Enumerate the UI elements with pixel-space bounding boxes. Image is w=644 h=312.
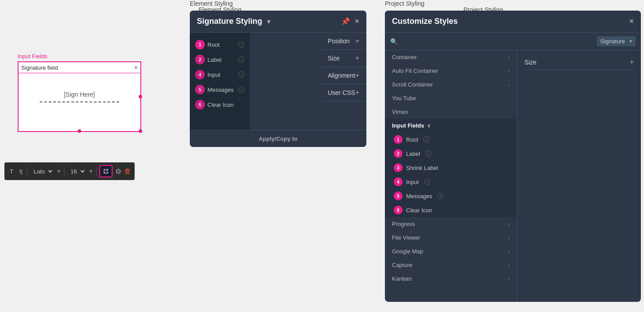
signature-dropdown[interactable]: Signature Button Input Label — [597, 36, 636, 46]
item-label-label: Label — [207, 56, 222, 63]
right-col-size-plus-icon[interactable]: + — [630, 58, 634, 66]
search-icon: 🔍 — [390, 38, 398, 45]
element-styling-numbered-items: 1 Root i 2 Label i 4 Input i 5 Messages — [190, 33, 250, 130]
item-info-messages: i — [238, 86, 245, 93]
element-styling-section-title: Element Styling — [190, 0, 366, 7]
expanded-section-input-fields: Input Fields ∨ 1 Root i 2 Label i 3 — [385, 119, 517, 217]
signature-field-close-icon[interactable]: × — [134, 64, 138, 71]
project-panel-close-button[interactable]: × — [629, 17, 634, 26]
element-styling-panel: Element Styling Signature Styling ▼ 📌 × … — [190, 0, 366, 147]
project-styling-section-title: Project Styling — [385, 0, 641, 7]
tree-item-google-map[interactable]: Google Map › — [385, 244, 517, 258]
expanded-item-shrink-label[interactable]: 3 Shrink Label — [385, 161, 517, 175]
pin-icon[interactable]: 📌 — [341, 17, 350, 26]
expanded-item-info-messages: i — [437, 193, 444, 199]
numbered-item-messages[interactable]: 5 Messages i — [190, 82, 250, 97]
external-link-icon — [103, 168, 109, 174]
font-family-select[interactable]: Lato — [30, 167, 54, 176]
tree-item-auto-fit-label: Auto Fit Container — [392, 68, 438, 74]
num-badge-1: 1 — [195, 40, 205, 49]
tree-item-scroll-chevron-icon: › — [508, 82, 510, 87]
apply-copy-button[interactable]: Apply/Copy to — [259, 135, 298, 142]
property-size-plus-icon[interactable]: + — [355, 54, 359, 62]
property-position[interactable]: Position + — [320, 33, 366, 50]
tree-item-progress-label: Progress — [392, 221, 415, 227]
tree-item-auto-fit-container[interactable]: Auto Fit Container › — [385, 64, 517, 78]
right-col-size-label: Size — [524, 59, 536, 66]
font-size-select[interactable]: 16 — [67, 167, 86, 176]
property-alignment[interactable]: Alignment + — [320, 67, 366, 84]
input-fields-section-header[interactable]: Input Fields ∨ — [385, 119, 517, 132]
tree-item-vimeo[interactable]: Vimeo — [385, 105, 517, 119]
element-styling-header-left: Signature Styling ▼ — [197, 17, 272, 26]
project-search-input[interactable] — [402, 38, 592, 45]
expanded-item-info-input: i — [424, 179, 430, 185]
font-bold-button[interactable]: T — [8, 167, 15, 176]
expanded-item-clear-icon[interactable]: 6 Clear Icon — [385, 203, 517, 217]
numbered-item-root[interactable]: 1 Root i — [190, 37, 250, 52]
tree-item-scroll-container-label: Scroll Container — [392, 81, 433, 88]
input-fields-title: Input Fields — [18, 53, 141, 60]
resize-handle-bottom-right[interactable] — [139, 129, 142, 133]
property-user-css[interactable]: User CSS + — [320, 84, 366, 101]
numbered-item-input[interactable]: 4 Input i — [190, 67, 250, 82]
tree-item-file-viewer[interactable]: File Viewer › — [385, 231, 517, 244]
project-right-col: Size + — [517, 50, 641, 302]
tree-item-file-viewer-label: File Viewer — [392, 234, 420, 241]
expanded-num-badge-3: 3 — [394, 163, 403, 172]
tree-item-file-viewer-chevron-icon: › — [508, 235, 510, 241]
expanded-num-badge-6: 6 — [394, 206, 403, 214]
element-styling-body: 1 Root i 2 Label i 4 Input i 5 Messages — [190, 33, 366, 130]
numbered-item-clear-icon[interactable]: 6 Clear Icon — [190, 97, 250, 112]
element-styling-chevron-icon[interactable]: ▼ — [266, 18, 272, 25]
element-styling-footer: Apply/Copy to — [190, 130, 366, 147]
property-size-label: Size — [328, 55, 339, 62]
toolbar: T I| Lato ▼ 16 ▼ ⚙ 🗑 — [4, 162, 135, 180]
tree-item-kanban[interactable]: Kanban › — [385, 272, 517, 286]
tree-item-container[interactable]: Container › — [385, 50, 517, 64]
item-info-input: i — [238, 71, 245, 78]
project-panel-header: Customize Styles × — [385, 11, 641, 33]
tree-item-youtube[interactable]: You Tube — [385, 91, 517, 105]
gear-button[interactable]: ⚙ — [115, 167, 121, 176]
font-family-chevron: ▼ — [56, 169, 61, 174]
tree-item-kanban-label: Kanban — [392, 275, 412, 282]
num-badge-5: 5 — [195, 85, 205, 94]
tree-item-scroll-container[interactable]: Scroll Container › — [385, 78, 517, 91]
item-label-input: Input — [207, 71, 220, 78]
element-styling-close-button[interactable]: × — [354, 17, 359, 26]
num-badge-4: 4 — [195, 70, 205, 79]
font-italic-button[interactable]: I| — [18, 167, 24, 176]
resize-handle-bottom-center[interactable] — [78, 129, 81, 133]
external-link-button[interactable] — [99, 165, 113, 177]
trash-button[interactable]: 🗑 — [124, 167, 131, 175]
signature-line — [40, 101, 119, 102]
property-position-label: Position — [328, 38, 350, 45]
tree-item-progress-chevron-icon: › — [508, 222, 510, 227]
tree-item-capture-label: Capture — [392, 262, 412, 268]
item-info-label: i — [238, 56, 245, 63]
expanded-item-label[interactable]: 2 Label i — [385, 147, 517, 161]
toolbar-separator-1 — [27, 167, 27, 176]
signature-field-container: Signature field × [Sign Here] — [18, 61, 141, 132]
element-styling-dark-panel: Signature Styling ▼ 📌 × 1 Root i 2 Label — [190, 11, 366, 147]
signature-dropdown-wrap: Signature Button Input Label ▼ — [597, 36, 636, 46]
input-fields-area: Input Fields Signature field × [Sign Her… — [18, 53, 141, 132]
signature-field-placeholder: Signature field — [21, 64, 134, 71]
property-size[interactable]: Size + — [320, 50, 366, 67]
expanded-item-root[interactable]: 1 Root i — [385, 132, 517, 147]
element-styling-properties: Position + Size + Alignment + User CSS + — [320, 33, 366, 130]
numbered-item-label[interactable]: 2 Label i — [190, 52, 250, 67]
property-user-css-plus-icon[interactable]: + — [355, 89, 359, 97]
expanded-num-badge-1: 1 — [394, 135, 403, 144]
font-size-chevron: ▼ — [89, 169, 94, 174]
toolbar-separator-3 — [96, 167, 97, 176]
resize-handle-right-center[interactable] — [139, 95, 142, 98]
expanded-item-input[interactable]: 4 Input i — [385, 175, 517, 189]
tree-item-capture[interactable]: Capture › — [385, 258, 517, 272]
expanded-item-messages[interactable]: 5 Messages i — [385, 189, 517, 203]
tree-item-progress[interactable]: Progress › — [385, 217, 517, 231]
property-alignment-plus-icon[interactable]: + — [355, 71, 359, 79]
project-left-col: Container › Auto Fit Container › Scroll … — [385, 50, 517, 302]
property-position-plus-icon[interactable]: + — [355, 37, 359, 45]
